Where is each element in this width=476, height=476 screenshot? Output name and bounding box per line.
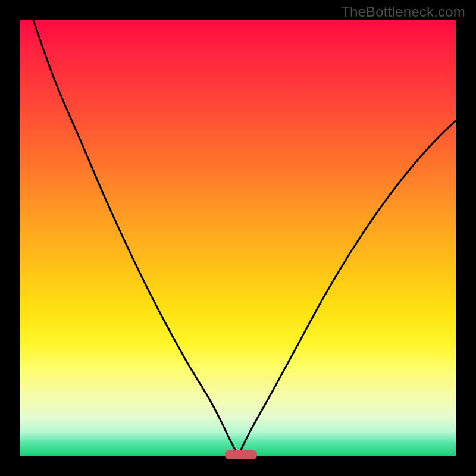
bottleneck-marker [225, 450, 257, 459]
outer-frame: TheBottleneck.com [0, 0, 476, 476]
watermark-text: TheBottleneck.com [341, 4, 465, 20]
curves-svg [20, 20, 456, 456]
left-curve [33, 20, 238, 456]
right-curve [238, 120, 456, 456]
plot-area [20, 20, 456, 456]
